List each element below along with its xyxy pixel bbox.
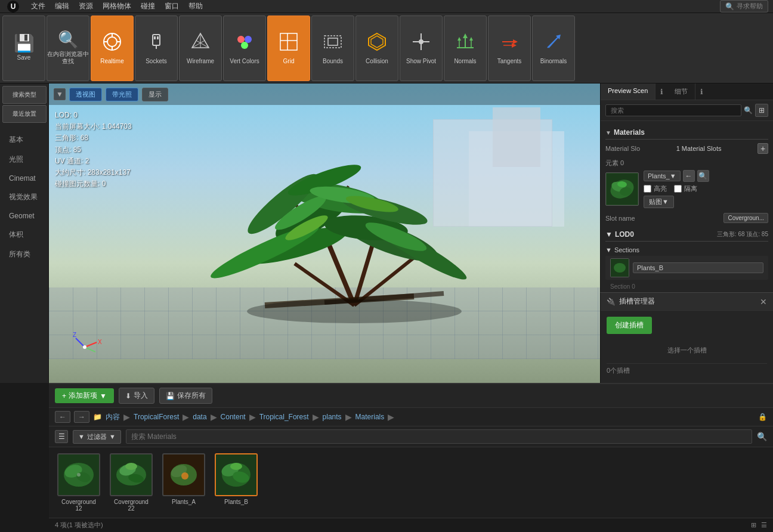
lod0-arrow: ▼ [605,230,613,239]
asset-plants-b[interactable]: Plants_B [212,453,260,512]
list-view-icon[interactable]: ☰ [761,521,767,529]
nav-geom[interactable]: Geomet [0,207,48,225]
breadcrumb-plants[interactable]: plants [323,413,342,421]
breadcrumb-bar: ← → 📁 内容 ▶ TropicalForest ▶ data ▶ Conte… [49,408,773,426]
breadcrumb-content2[interactable]: Content [221,413,246,421]
highlight-checkbox[interactable]: 高亮 [644,184,667,193]
menu-file[interactable]: 文件 [31,1,45,11]
create-slot-btn[interactable]: 创建插槽 [607,317,652,334]
panel-search-input[interactable] [605,104,741,116]
slot-name-row: Slot name Covergroun... [605,213,768,223]
filter-label: 过滤器 [87,432,107,441]
add-material-slot-btn[interactable]: + [757,143,768,154]
menu-window[interactable]: 窗口 [165,1,179,11]
viewport-perspective-btn[interactable]: 透视图 [69,88,102,101]
material-name-dropdown[interactable]: Plants_▼ [644,171,681,181]
menu-help[interactable]: 帮助 [188,1,203,11]
add-label: 添加新项 [69,391,97,401]
tangents-button[interactable]: Tangents [488,16,531,81]
nav-lighting[interactable]: 光照 [0,150,48,169]
section-0-thumb [610,258,629,277]
plugin-close-btn[interactable]: ✕ [760,297,767,307]
breadcrumb-tropical-forest[interactable]: Tropical_Forest [259,413,309,421]
breadcrumb-lock-icon[interactable]: 🔒 [758,413,767,421]
normals-button[interactable]: Normals [444,16,487,81]
coverground-12-label: Coverground12 [61,499,96,512]
search-types-btn[interactable]: 搜索类型 [2,86,47,104]
svg-rect-23 [328,38,338,45]
recently-placed-btn[interactable]: 最近放置 [2,105,47,123]
bounds-icon [322,31,344,55]
map-btn[interactable]: 贴图▼ [644,196,674,208]
menu-mesh[interactable]: 网格物体 [103,1,131,11]
nav-volume[interactable]: 体积 [0,225,48,245]
section-0-name[interactable]: Plants_B [633,262,763,273]
binormals-button[interactable]: Binormals [532,16,575,81]
plugin-icon: 🔌 [607,298,616,306]
save-button[interactable]: 💾 Save [2,16,45,81]
viewport-toggle[interactable]: ▼ [54,88,66,100]
view-options-btn[interactable]: ☰ [55,430,68,443]
filter-bar: ☰ ▼ 过滤器 ▼ 🔍 [49,426,773,447]
plants-a-label: Plants_A [172,499,196,505]
collision-button[interactable]: Collision [355,16,398,81]
help-search-icon: 🔍 [725,2,734,11]
show-pivot-button[interactable]: Show Pivot [400,16,443,81]
assets-search-input[interactable] [126,429,752,444]
details-tab[interactable]: 细节 [667,83,695,100]
materials-arrow: ▼ [605,129,611,136]
coverground-22-thumb [110,453,153,496]
breadcrumb-tropical[interactable]: TropicalForest [134,413,179,421]
breadcrumb-content[interactable]: 内容 [106,412,120,422]
content-browser-button[interactable]: 🔍 在内容浏览器中查找 [47,16,89,81]
section-0-item: Plants_B [605,256,768,280]
mat-search-btn[interactable]: 🔍 [697,170,709,182]
slot-name-value[interactable]: Covergroun... [723,213,768,223]
bounds-button[interactable]: Bounds [311,16,354,81]
filter-btn[interactable]: ▼ 过滤器 ▼ [73,430,121,444]
show-pivot-label: Show Pivot [406,58,436,65]
breadcrumb-data[interactable]: data [193,413,206,421]
mat-arrow-back-btn[interactable]: ← [683,170,695,182]
nav-back-btn[interactable]: ← [55,411,70,423]
grid-button[interactable]: Grid [267,16,310,81]
plugin-content: 创建插槽 选择一个插槽 0个插槽 [601,311,773,383]
preview-tab[interactable]: Preview Scen [601,83,655,100]
preview-tab-info: ℹ [655,83,667,100]
sockets-button[interactable]: Sockets [135,16,178,81]
svg-rect-22 [324,36,341,48]
coverground-12-thumb [57,453,100,496]
asset-plants-a[interactable]: Plants_A [160,453,208,512]
material-checkboxes: 高亮 隔离 [644,184,768,193]
nav-basic[interactable]: 基本 [0,130,48,150]
menu-resources[interactable]: 资源 [79,1,93,11]
save-all-btn[interactable]: 💾 保存所有 [159,388,212,404]
breadcrumb-materials[interactable]: Materials [355,413,385,421]
svg-point-17 [245,36,252,43]
viewport-lighting-btn[interactable]: 带光照 [106,88,138,101]
menu-edit[interactable]: 编辑 [55,1,69,11]
nav-visual[interactable]: 视觉效果 [0,187,48,207]
viewport-display-btn[interactable]: 显示 [142,88,168,101]
view-mode-icon[interactable]: ⊞ [751,521,756,529]
tangents-icon [499,31,520,55]
vert-colors-button[interactable]: Vert Colors [223,16,266,81]
nav-cinemat[interactable]: Cinemat [0,169,48,187]
filter-icon: ▼ [78,433,85,440]
grid-view-btn[interactable]: ⊞ [755,104,768,117]
nav-forward-btn[interactable]: → [74,411,89,423]
nav-all[interactable]: 所有类 [0,245,48,264]
triangles-info: 三角形: 68 [55,132,132,144]
menu-collision[interactable]: 碰撞 [141,1,155,11]
asset-coverground-22[interactable]: Coverground22 [107,453,155,512]
add-new-btn[interactable]: + 添加新项 ▼ [55,388,114,403]
import-btn[interactable]: ⬇ 导入 [119,388,154,404]
wireframe-button[interactable]: Wireframe [179,16,222,81]
realtime-button[interactable]: Realtime [91,16,134,81]
breadcrumb-folder-icon: 📁 [93,413,102,421]
svg-point-3 [107,37,117,47]
shadow-checkbox[interactable]: 隔离 [674,184,697,193]
svg-point-89 [125,463,137,470]
plugin-manager: 🔌 插槽管理器 ✕ 创建插槽 选择一个插槽 0个插槽 [600,292,773,383]
asset-coverground-12[interactable]: Coverground12 [55,453,103,512]
